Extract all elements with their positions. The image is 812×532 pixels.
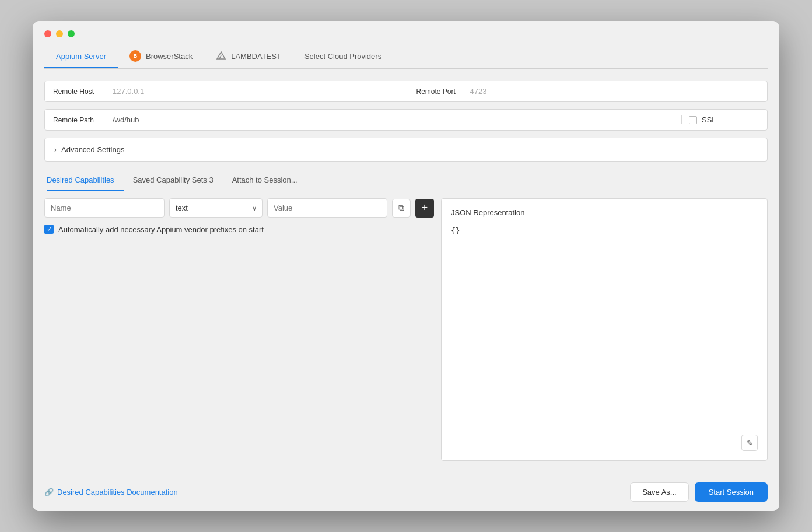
svg-line-1 — [219, 55, 221, 59]
remote-host-input[interactable] — [113, 87, 402, 96]
titlebar: Appium Server B BrowserStack LAMBDATEST … — [33, 21, 779, 69]
auto-prefix-row: Automatically add necessary Appium vendo… — [44, 225, 434, 234]
attach-session-label: Attach to Session... — [232, 176, 298, 184]
footer: 🔗 Desired Capabilities Documentation Sav… — [33, 473, 779, 511]
advanced-settings-row[interactable]: › Advanced Settings — [44, 138, 768, 162]
doc-link[interactable]: 🔗 Desired Capabilities Documentation — [44, 488, 178, 496]
remote-port-input[interactable] — [470, 87, 760, 96]
json-panel: JSON Representation {} ✎ — [441, 198, 768, 461]
app-window: Appium Server B BrowserStack LAMBDATEST … — [33, 21, 779, 511]
capability-value-input[interactable] — [267, 198, 387, 218]
copy-button[interactable]: ⧉ — [392, 199, 411, 218]
tab-appium-server[interactable]: Appium Server — [44, 47, 118, 68]
divider — [409, 87, 410, 96]
lambdatest-tab-label: LAMBDATEST — [231, 52, 281, 61]
lambdatest-icon — [216, 51, 226, 61]
remote-port-label: Remote Port — [416, 88, 463, 96]
footer-buttons: Save As... Start Session — [630, 482, 768, 502]
tab-saved-capability-sets[interactable]: Saved Capability Sets 3 — [133, 171, 223, 191]
tab-lambdatest[interactable]: LAMBDATEST — [204, 46, 293, 68]
ssl-label: SSL — [702, 116, 716, 124]
browserstack-icon: B — [130, 50, 141, 62]
main-content: Remote Host Remote Port Remote Path SSL … — [33, 69, 779, 473]
save-as-label: Save As... — [642, 488, 677, 496]
remote-path-label: Remote Path — [53, 116, 106, 124]
advanced-settings-label: Advanced Settings — [61, 145, 124, 154]
remote-host-row: Remote Host Remote Port — [44, 80, 768, 102]
plus-icon: + — [422, 202, 428, 214]
copy-icon: ⧉ — [398, 203, 404, 213]
section-tabs: Desired Capabilities Saved Capability Se… — [44, 171, 768, 191]
auto-prefix-checkbox[interactable] — [44, 225, 54, 234]
cloud-providers-tab-label: Select Cloud Providers — [304, 52, 382, 61]
tab-desired-capabilities[interactable]: Desired Capabilities — [47, 171, 124, 191]
json-content: {} — [451, 226, 758, 235]
desired-cap-label: Desired Capabilities — [47, 176, 114, 184]
doc-link-label: Desired Capabilities Documentation — [57, 488, 178, 496]
save-as-button[interactable]: Save As... — [630, 482, 689, 502]
json-edit-button[interactable]: ✎ — [741, 435, 758, 451]
add-capability-button[interactable]: + — [415, 199, 434, 218]
edit-icon: ✎ — [747, 439, 753, 447]
start-session-button[interactable]: Start Session — [695, 482, 768, 502]
tab-attach-session[interactable]: Attach to Session... — [232, 171, 307, 191]
start-session-label: Start Session — [709, 488, 754, 496]
browserstack-tab-label: BrowserStack — [146, 52, 192, 61]
ssl-checkbox[interactable] — [689, 116, 697, 124]
tab-cloud-providers[interactable]: Select Cloud Providers — [293, 47, 393, 68]
nav-tabs: Appium Server B BrowserStack LAMBDATEST … — [44, 46, 768, 69]
json-panel-title: JSON Representation — [451, 208, 758, 217]
ssl-container: SSL — [689, 116, 759, 124]
capability-input-row: text boolean number object json ⧉ + — [44, 198, 434, 218]
maximize-button[interactable] — [68, 30, 75, 37]
divider-path — [681, 116, 682, 124]
close-button[interactable] — [44, 30, 51, 37]
link-icon: 🔗 — [44, 488, 54, 496]
chevron-right-icon: › — [54, 146, 57, 154]
lower-section: text boolean number object json ⧉ + — [44, 198, 768, 461]
capability-type-select[interactable]: text boolean number object json — [169, 198, 262, 218]
capabilities-panel: text boolean number object json ⧉ + — [44, 198, 434, 461]
capability-type-wrapper: text boolean number object json — [169, 198, 262, 218]
remote-path-row: Remote Path SSL — [44, 109, 768, 131]
tab-browserstack[interactable]: B BrowserStack — [118, 46, 204, 69]
remote-host-label: Remote Host — [53, 88, 106, 96]
remote-path-input[interactable] — [113, 116, 674, 124]
capability-name-input[interactable] — [44, 198, 164, 218]
auto-prefix-label: Automatically add necessary Appium vendo… — [58, 225, 264, 234]
saved-cap-label: Saved Capability Sets 3 — [133, 176, 214, 184]
traffic-lights — [44, 30, 768, 37]
appium-server-tab-label: Appium Server — [56, 52, 106, 61]
minimize-button[interactable] — [56, 30, 63, 37]
